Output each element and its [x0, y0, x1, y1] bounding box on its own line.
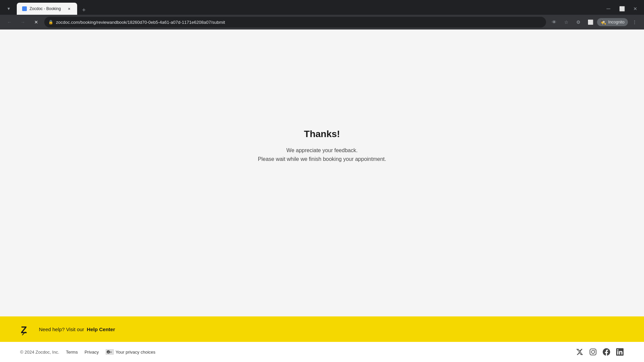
minimize-button[interactable]: ─ [603, 3, 614, 14]
privacy-choices-label: Your privacy choices [116, 350, 156, 355]
url-text: zocdoc.com/booking/reviewandbook/18260d7… [56, 20, 542, 25]
instagram-icon[interactable] [589, 348, 597, 356]
help-text: Need help? Visit our [39, 326, 84, 332]
svg-text:✓: ✓ [107, 351, 110, 354]
help-center-link[interactable]: Help Center [87, 326, 115, 332]
browser-chrome: ▼ Zocdoc - Booking ✕ + ─ ⬜ ✕ ← → ✕ 🔒 zoc… [0, 0, 644, 29]
linkedin-icon[interactable] [616, 348, 624, 356]
star-icon[interactable]: ☆ [561, 17, 572, 27]
toolbar-actions: 👁 ☆ ⚙ ⬜ 🕵 Incognito ⋮ [549, 17, 640, 27]
svg-rect-6 [590, 349, 596, 355]
close-window-button[interactable]: ✕ [630, 3, 641, 14]
svg-point-8 [594, 350, 595, 351]
eye-slash-icon[interactable]: 👁 [549, 17, 559, 27]
menu-icon[interactable]: ⋮ [629, 17, 640, 27]
incognito-badge: 🕵 Incognito [597, 18, 628, 26]
svg-text:✕: ✕ [110, 351, 112, 354]
settings-icon[interactable]: ⚙ [573, 17, 584, 27]
restore-button[interactable]: ⬜ [616, 3, 627, 14]
feedback-line1: We appreciate your feedback. [258, 146, 386, 155]
privacy-link[interactable]: Privacy [85, 350, 99, 355]
forward-button[interactable]: → [17, 17, 28, 27]
thanks-title: Thanks! [258, 129, 386, 139]
footer-left-section: © 2024 Zocdoc, Inc. Terms Privacy ✓ ✕ Yo… [20, 349, 155, 355]
back-button[interactable]: ← [4, 17, 15, 27]
thanks-section: Thanks! We appreciate your feedback. Ple… [258, 129, 386, 163]
lock-icon: 🔒 [48, 20, 53, 24]
tab-favicon [22, 6, 27, 11]
incognito-icon: 🕵 [600, 19, 606, 25]
browser-titlebar: ▼ Zocdoc - Booking ✕ + ─ ⬜ ✕ [0, 0, 644, 15]
footer-help-bar: Z Need help? Visit our Help Center [0, 316, 644, 342]
page-content: Thanks! We appreciate your feedback. Ple… [0, 29, 644, 316]
facebook-icon[interactable] [602, 348, 610, 356]
address-bar[interactable]: 🔒 zocdoc.com/booking/reviewandbook/18260… [44, 17, 546, 27]
svg-point-7 [591, 350, 594, 353]
tab-group-arrow[interactable]: ▼ [3, 3, 14, 14]
need-help-label: Need help? Visit our [39, 326, 84, 332]
reload-button[interactable]: ✕ [31, 17, 42, 27]
twitter-icon[interactable] [576, 348, 584, 356]
zocdoc-logo-icon: Z [20, 322, 34, 336]
privacy-choices-icon: ✓ ✕ [106, 349, 114, 355]
tab-title: Zocdoc - Booking [30, 6, 64, 11]
footer-social-links [576, 348, 624, 356]
tab-bar: Zocdoc - Booking ✕ + [17, 3, 89, 15]
feedback-line2: Please wait while we finish booking your… [258, 155, 386, 164]
new-tab-button[interactable]: + [79, 5, 89, 15]
footer-bottom-bar: © 2024 Zocdoc, Inc. Terms Privacy ✓ ✕ Yo… [0, 342, 644, 362]
tab-close-button[interactable]: ✕ [66, 6, 72, 11]
terms-link[interactable]: Terms [66, 350, 78, 355]
privacy-choices-section[interactable]: ✓ ✕ Your privacy choices [106, 349, 156, 355]
copyright-text: © 2024 Zocdoc, Inc. [20, 350, 59, 355]
active-tab[interactable]: Zocdoc - Booking ✕ [17, 3, 77, 15]
browser-toolbar: ← → ✕ 🔒 zocdoc.com/booking/reviewandbook… [0, 15, 644, 29]
split-icon[interactable]: ⬜ [585, 17, 596, 27]
incognito-label: Incognito [608, 20, 625, 24]
